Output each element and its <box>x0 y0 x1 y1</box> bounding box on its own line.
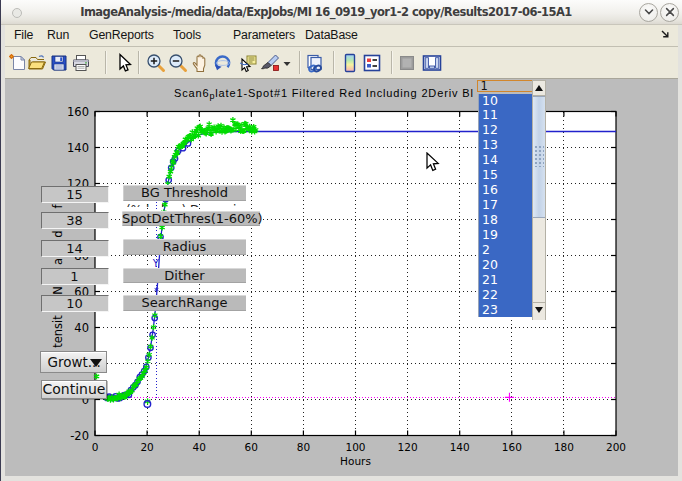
show-plot-tools-icon <box>421 52 443 74</box>
dropdown-item-11[interactable]: 11 <box>479 108 533 123</box>
window-title: ImageAnalysis-/media/data/ExpJobs/MI 16_… <box>31 0 621 24</box>
menu-tools[interactable]: Tools <box>173 25 201 46</box>
triangle-down-icon <box>535 307 543 313</box>
application-window: ImageAnalysis-/media/data/ExpJobs/MI 16_… <box>0 0 682 481</box>
svg-text:-20: -20 <box>70 429 89 443</box>
hide-plot-tools-icon <box>396 52 418 74</box>
dropdown-item-19[interactable]: 19 <box>479 228 533 243</box>
rotate-3d-button[interactable] <box>212 52 234 74</box>
edit-field-bg-threshold[interactable]: 15 <box>41 186 109 203</box>
dropdown-item-18[interactable]: 18 <box>479 213 533 228</box>
x-tick-labels: 020406080100120140160180200 <box>92 441 626 453</box>
toolbar-separator <box>105 51 107 74</box>
pointer-icon <box>113 52 135 74</box>
svg-text:140: 140 <box>67 141 89 155</box>
svg-text:tensit: tensit <box>51 315 65 348</box>
dropdown-item-20[interactable]: 20 <box>479 258 533 273</box>
edit-field-searchrange[interactable]: 10 <box>41 295 109 312</box>
dropdown-item-21[interactable]: 21 <box>479 273 533 288</box>
param-label: BG Threshold <box>123 185 246 201</box>
arrow-down-right-icon <box>661 30 670 39</box>
param-label: Dither <box>123 268 246 284</box>
link-plot-icon <box>304 52 326 74</box>
insert-legend-button[interactable] <box>361 52 383 74</box>
toolbar-separator <box>299 51 301 74</box>
dropdown-current-value[interactable]: 1 <box>477 80 533 93</box>
pan-button[interactable] <box>189 52 211 74</box>
param-label: SpotDetThres(1-60%) <box>122 211 260 227</box>
link-plot-button[interactable] <box>304 52 326 74</box>
triangle-up-icon <box>535 85 543 91</box>
menu-database[interactable]: DataBase <box>305 25 358 46</box>
data-cursor-button[interactable] <box>238 52 260 74</box>
scrollbar-thumb[interactable] <box>533 96 545 219</box>
toolbar <box>5 47 678 79</box>
print-icon <box>70 52 92 74</box>
zoom-in-button[interactable] <box>145 52 167 74</box>
continue-button[interactable]: Continue <box>41 380 107 400</box>
dropdown-item-2[interactable]: 2 <box>479 243 533 258</box>
hide-plot-tools-button[interactable] <box>396 52 418 74</box>
dropdown-item-16[interactable]: 16 <box>479 183 533 198</box>
menu-overflow-arrow[interactable] <box>661 30 670 41</box>
brush-button[interactable] <box>260 52 282 74</box>
save-button[interactable] <box>48 52 70 74</box>
popup-arrow-icon <box>90 359 102 367</box>
svg-text:N: N <box>51 286 65 295</box>
svg-text:160: 160 <box>502 441 522 453</box>
brush-menu-arrow-button[interactable] <box>282 52 292 74</box>
menu-run[interactable]: Run <box>47 25 69 46</box>
zoom-out-button[interactable] <box>167 52 189 74</box>
show-plot-tools-button[interactable] <box>421 52 443 74</box>
param-label: Radius <box>123 239 246 255</box>
mouse-cursor <box>426 152 440 173</box>
svg-text:f: f <box>51 204 65 209</box>
pointer-button[interactable] <box>113 52 135 74</box>
svg-text:200: 200 <box>606 441 626 453</box>
rotate-3d-icon <box>212 52 234 74</box>
dropdown-item-17[interactable]: 17 <box>479 198 533 213</box>
dropdown-item-10[interactable]: 10 <box>479 94 533 109</box>
scrollbar-grip <box>534 145 544 167</box>
menu-parameters[interactable]: Parameters <box>233 25 295 46</box>
svg-text:40: 40 <box>74 321 89 335</box>
bg-threshold-subtext-clipped: (% below) Dynamic <box>123 203 246 207</box>
svg-text:180: 180 <box>554 441 574 453</box>
toolbar-separator <box>391 51 393 74</box>
edit-field-spotdetthres-1-60-[interactable]: 38 <box>41 212 109 229</box>
shade-window-button[interactable] <box>639 3 658 22</box>
dropdown-list[interactable]: 10111213141516171819220212223 <box>478 94 533 317</box>
toolbar-separator <box>333 51 335 74</box>
growth-popup-menu[interactable]: Growt... <box>40 351 107 373</box>
svg-text:60: 60 <box>245 441 258 453</box>
print-button[interactable] <box>70 52 92 74</box>
scroll-up-button[interactable] <box>533 81 545 96</box>
dropdown-scrollbar[interactable] <box>532 80 546 320</box>
dropdown-item-15[interactable]: 15 <box>479 168 533 183</box>
title-bar[interactable]: ImageAnalysis-/media/data/ExpJobs/MI 16_… <box>1 0 682 25</box>
dropdown-item-12[interactable]: 12 <box>479 123 533 138</box>
close-icon <box>665 7 675 17</box>
insert-colorbar-button[interactable] <box>339 52 361 74</box>
edit-field-radius[interactable]: 14 <box>41 240 109 257</box>
close-window-button[interactable] <box>660 3 679 22</box>
svg-text:120: 120 <box>398 441 418 453</box>
dropdown-item-22[interactable]: 22 <box>479 288 533 303</box>
menu-file[interactable]: File <box>14 25 33 46</box>
dropdown-item-14[interactable]: 14 <box>479 153 533 168</box>
svg-text:d: d <box>51 230 65 237</box>
brush-icon <box>260 52 282 74</box>
menu-genreports[interactable]: GenReports <box>89 25 154 46</box>
param-label: SearchRange <box>123 295 246 311</box>
edit-field-dither[interactable]: 1 <box>41 268 109 285</box>
svg-text:140: 140 <box>450 441 470 453</box>
scroll-down-button[interactable] <box>533 302 545 320</box>
plot-title: Scan6plate1-Spot#1 Filtered Red Includin… <box>174 87 474 102</box>
window-frame-edge <box>0 0 1 481</box>
dropdown-item-23[interactable]: 23 <box>479 303 533 317</box>
menu-bar: FileRunGenReportsToolsParametersDataBase <box>5 25 678 47</box>
x-axis-label: Hours <box>340 455 371 467</box>
data-cursor-icon <box>238 52 260 74</box>
open-folder-button[interactable] <box>26 52 48 74</box>
dropdown-item-13[interactable]: 13 <box>479 138 533 153</box>
